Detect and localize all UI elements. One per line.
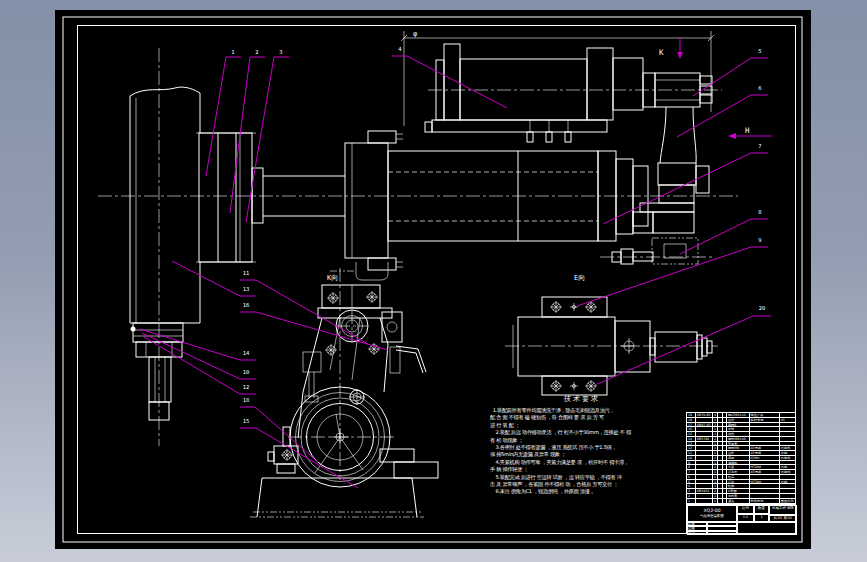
parts-table-cell: 导向套 [727, 494, 750, 498]
tech-req-line: 保 持5min内无渗漏 及异常 现象 ； [490, 451, 674, 458]
parts-table-cell [750, 442, 780, 446]
parts-table-cell: 材料标记 [750, 499, 780, 504]
parts-table-cell: 45号钢 [750, 470, 780, 474]
parts-table-cell: 旋转专用 [750, 418, 780, 422]
parts-table-cell: 铸造厂家 [750, 413, 780, 417]
tech-req-line: 手 柄 操作轻便 ； [490, 466, 674, 473]
parts-table-cell [780, 413, 795, 417]
callout-number: 15 [243, 418, 250, 424]
parts-table-cell: GB5782 [696, 437, 713, 441]
parts-table-cell [780, 427, 795, 431]
parts-table-cell: 连接板 [727, 461, 750, 465]
parts-table-cell: HT200 [750, 465, 780, 469]
parts-table-cell [750, 427, 780, 431]
parts-table-cell: 8 [687, 465, 696, 469]
parts-table-cell [780, 442, 795, 446]
parts-table-cell [696, 480, 713, 484]
parts-table-cell [750, 489, 780, 493]
parts-table-cell: 夹紧套 [727, 442, 750, 446]
callout-number: 16 [243, 302, 250, 308]
parts-table-cell: 19 [687, 413, 696, 417]
parts-list-table: 19GB70-854螺钉M6×16铸造厂家181压块旋转专用4517GB97-8… [686, 412, 796, 504]
parts-table-cell [696, 494, 713, 498]
parts-table-cell [750, 432, 780, 436]
sheet-cell: 共1张 第1张 [769, 515, 797, 522]
parts-table-cell: 16 [687, 427, 696, 431]
org-cell: 机械工程 学院 [769, 505, 797, 515]
tech-req-line: 配 合 面 不得有 磕 碰划伤 ，符 合图样 要 求 后 方 可 [490, 414, 674, 421]
callout-number: 18 [243, 397, 250, 403]
leader-line [693, 58, 768, 96]
link-arm [612, 107, 709, 264]
qty-label-cell: 数量 [754, 505, 769, 514]
left-clamp-view [131, 323, 184, 420]
callout-number: 7 [758, 143, 761, 149]
callout-number: 13 [243, 286, 250, 292]
tech-req-line: 6.未注 倒角为C1 ，锐边倒钝 ，外露面 涂漆 。 [490, 488, 674, 495]
leader-line [595, 316, 771, 385]
parts-table-cell [780, 423, 795, 427]
parts-table-cell: 活塞 [727, 480, 750, 484]
parts-table-cell: HT200 [750, 480, 780, 484]
clamp-front-view [250, 285, 438, 517]
svg-text:H: H [745, 126, 750, 135]
svg-text:K: K [659, 48, 664, 57]
callout-number: 1 [231, 49, 234, 55]
callout-number: 6 [758, 85, 761, 91]
drawing-number-cell: XQ2-00 气动尾座装配图 [687, 505, 737, 522]
parts-table-row: 11接头材料标记重量比例 [687, 499, 795, 504]
parts-table-cell [750, 461, 780, 465]
k-view-arrow: K [659, 38, 683, 59]
parts-table-cell [750, 423, 780, 427]
parts-table-cell [696, 484, 713, 488]
parts-table-cell [696, 470, 713, 474]
parts-table-cell [696, 475, 713, 479]
parts-table-cell: O形圈 [727, 489, 750, 493]
parts-table-cell: 外购 [780, 451, 795, 455]
parts-table-cell: 7 [687, 470, 696, 474]
parts-table-cell: 10 [687, 456, 696, 460]
parts-table-cell [696, 418, 713, 422]
callout-number: 2 [255, 49, 258, 55]
parts-table-cell: 5 [687, 480, 696, 484]
parts-table-cell: 支架 [727, 465, 750, 469]
main-cylinder-view [252, 131, 648, 280]
parts-table-cell: 弹簧 [727, 456, 750, 460]
parts-table-cell: 压块 [727, 418, 750, 422]
tech-req-line: 击 及 异常噪声 ，各紧固 件不得松 动 ，合格后 方可交付 ； [490, 481, 674, 488]
parts-table-cell [750, 437, 780, 441]
tech-req-title: 技术要求 [490, 394, 674, 404]
parts-table-cell: 外购件 [780, 470, 795, 474]
parts-table-cell: 45号钢 [750, 446, 780, 450]
parts-table-cell: 底座 [727, 432, 750, 436]
dim-phi-label: φ [413, 30, 417, 38]
parts-table-cell: 外购件 [780, 446, 795, 450]
e-view-block [513, 297, 712, 395]
callout-number: 8 [758, 209, 761, 215]
k-view-label: K向 [327, 274, 338, 282]
parts-table-cell [696, 451, 713, 455]
parts-table-cell: 9 [687, 461, 696, 465]
technical-requirements: 技术要求 1.装配前所有零件均需清洗干净，除去毛刺锐边及油污，配 合 面 不得有… [490, 394, 674, 496]
parts-table-cell: 螺栓M8×40 [727, 437, 750, 441]
leader-line [680, 219, 768, 254]
parts-table-cell: 6 [687, 475, 696, 479]
parts-table-cell [780, 484, 795, 488]
parts-table-cell: 18 [687, 418, 696, 422]
leader-line [144, 337, 256, 394]
title-block: XQ2-00 气动尾座装配图 比例 1:2 数量 1 机械工程 学院 共1张 第… [686, 504, 796, 534]
parts-table-cell: 12 [687, 446, 696, 450]
extra-cell [737, 522, 797, 535]
parts-table-cell [696, 499, 713, 504]
parts-table-cell [696, 465, 713, 469]
parts-table-cell: 1 [687, 499, 696, 504]
signature-label: 审核 [687, 531, 707, 535]
parts-table-cell: 重量比例 [780, 499, 795, 504]
parts-table-cell: 4 [687, 484, 696, 488]
parts-table-cell: 2 [687, 494, 696, 498]
h-view-arrow: H [728, 126, 772, 139]
parts-table-cell: 65Mn [750, 456, 780, 460]
parts-table-cell [696, 442, 713, 446]
parts-table-cell [780, 432, 795, 436]
parts-table-cell [750, 475, 780, 479]
